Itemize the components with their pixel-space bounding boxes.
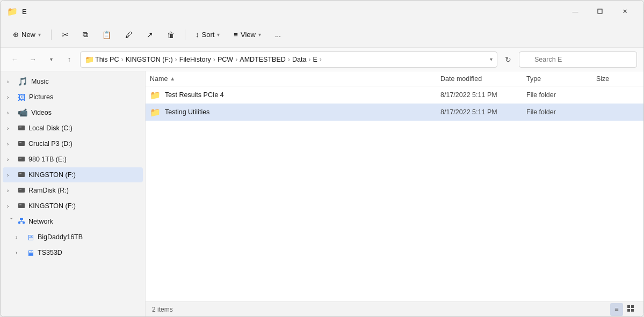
col-header-name[interactable]: Name ▲: [150, 75, 440, 83]
table-row[interactable]: 📁 Test Results PCIe 4 8/17/2022 5:11 PM …: [146, 86, 643, 104]
history-button[interactable]: ▾: [44, 52, 59, 67]
back-button[interactable]: ←: [7, 52, 22, 67]
sidebar-item-network[interactable]: › Network: [3, 214, 143, 229]
paste-button[interactable]: 📋: [96, 26, 117, 43]
svg-rect-11: [18, 203, 25, 208]
svg-rect-10: [19, 189, 21, 190]
sidebar-label-bigdaddy: BigDaddy16TB: [38, 233, 83, 241]
up-button[interactable]: ↑: [62, 52, 77, 67]
disk-c-icon: [18, 124, 25, 133]
svg-rect-15: [23, 222, 25, 224]
videos-icon: 📹: [18, 108, 28, 117]
search-input[interactable]: [519, 51, 637, 68]
sidebar-item-kingston-f1[interactable]: › KINGSTON (F:): [3, 167, 143, 182]
col-header-size: Size: [596, 75, 639, 83]
svg-rect-12: [19, 204, 21, 205]
tree-arrow-ts353d: ›: [16, 250, 24, 256]
copy-button[interactable]: ⧉: [77, 26, 94, 43]
svg-rect-3: [18, 141, 25, 146]
cut-icon: ✂: [62, 30, 69, 40]
tree-arrow-music: ›: [7, 79, 16, 85]
cut-button[interactable]: ✂: [56, 26, 75, 43]
breadcrumb[interactable]: 📁 This PC › KINGSTON (F:) › FileHistory …: [80, 51, 497, 68]
forward-button[interactable]: →: [25, 52, 40, 67]
sort-dropdown-arrow: ▾: [217, 32, 220, 38]
network-icon: [18, 217, 25, 226]
sidebar-item-crucial-d[interactable]: › Crucial P3 (D:): [3, 136, 143, 151]
sidebar-item-ts353d[interactable]: › 🖥 TS353D: [3, 245, 143, 260]
delete-icon: 🗑: [167, 31, 175, 39]
sidebar-item-bigdaddy[interactable]: › 🖥 BigDaddy16TB: [3, 230, 143, 245]
svg-rect-22: [631, 309, 634, 312]
file-name-text-1: Test Results PCIe 4: [165, 91, 224, 99]
sidebar-item-videos[interactable]: › 📹 Videos: [3, 105, 143, 120]
svg-rect-14: [18, 222, 20, 224]
svg-rect-13: [20, 218, 23, 220]
paste-icon: 📋: [102, 31, 111, 39]
close-button[interactable]: ✕: [612, 3, 637, 20]
view-button[interactable]: ≡ View ▾: [228, 26, 267, 43]
col-header-type: Type: [526, 75, 596, 83]
title-bar: 📁 E — ✕: [1, 1, 643, 22]
toolbar: ⊕ New ▾ ✂ ⧉ 📋 🖊 ↗ 🗑 ↕ Sort ▾ ≡: [1, 22, 643, 48]
more-button[interactable]: ...: [269, 26, 287, 43]
bc-folder-icon: 📁: [85, 55, 94, 64]
folder-icon-2: 📁: [150, 107, 161, 117]
sidebar-item-local-disk-c[interactable]: › Local Disk (C:): [3, 121, 143, 136]
toolbar-separator-2: [185, 30, 185, 40]
disk-d-icon: [18, 139, 25, 149]
tree-arrow-d: ›: [7, 141, 16, 147]
toolbar-separator-1: [51, 30, 52, 40]
svg-rect-8: [19, 173, 21, 174]
sidebar-item-music[interactable]: › 🎵 Music: [3, 74, 143, 89]
bc-data: Data: [292, 56, 306, 63]
copy-icon: ⧉: [83, 30, 88, 39]
file-name-cell-1: 📁 Test Results PCIe 4: [150, 90, 440, 100]
status-bar: 2 items ≡: [146, 301, 643, 316]
bc-e: E: [313, 56, 317, 63]
col-header-date: Date modified: [440, 75, 526, 83]
table-row[interactable]: 📁 Testing Utilities 8/17/2022 5:11 PM Fi…: [146, 104, 643, 121]
refresh-button[interactable]: ↻: [501, 52, 516, 67]
ts353d-icon: 🖥: [26, 248, 34, 257]
tree-arrow-pictures: ›: [7, 94, 16, 100]
svg-rect-19: [627, 305, 630, 308]
svg-rect-9: [18, 188, 25, 193]
history-icon: ▾: [50, 56, 53, 62]
file-date-2: 8/17/2022 5:11 PM: [440, 108, 526, 116]
sidebar-item-ramdisk-r[interactable]: › RamDisk (R:): [3, 183, 143, 198]
svg-rect-20: [631, 305, 634, 308]
refresh-icon: ↻: [505, 55, 511, 64]
tree-arrow-videos: ›: [7, 110, 16, 116]
svg-rect-6: [19, 158, 21, 159]
svg-rect-5: [18, 157, 25, 161]
tree-arrow-bigdaddy: ›: [16, 234, 24, 240]
sidebar-item-pictures[interactable]: › 🖼 Pictures: [3, 90, 143, 105]
address-bar: ← → ▾ ↑ 📁 This PC › KINGSTON (F:) › File…: [1, 48, 643, 71]
sidebar-label-network: Network: [28, 218, 53, 225]
tree-arrow-c: ›: [7, 126, 16, 131]
new-button[interactable]: ⊕ New ▾: [7, 26, 47, 43]
grid-view-button[interactable]: [624, 303, 637, 316]
svg-rect-0: [598, 9, 602, 13]
delete-button[interactable]: 🗑: [161, 26, 180, 43]
sidebar-item-980-e[interactable]: › 980 1TB (E:): [3, 152, 143, 167]
share-button[interactable]: ↗: [141, 26, 159, 43]
file-name-cell-2: 📁 Testing Utilities: [150, 107, 440, 117]
sidebar-label-f1: KINGSTON (F:): [28, 171, 76, 179]
rename-icon: 🖊: [125, 31, 133, 39]
rename-button[interactable]: 🖊: [119, 26, 139, 43]
sidebar-item-kingston-f2[interactable]: › KINGSTON (F:): [3, 198, 143, 213]
new-icon: ⊕: [13, 31, 19, 39]
minimize-button[interactable]: —: [563, 3, 588, 20]
view-dropdown-arrow: ▾: [258, 32, 261, 38]
bc-filehistory: FileHistory: [179, 56, 211, 63]
file-name-text-2: Testing Utilities: [165, 108, 209, 116]
bc-pcw: PCW: [218, 56, 233, 63]
maximize-button[interactable]: [588, 3, 612, 20]
file-type-1: File folder: [526, 91, 596, 99]
item-count: 2 items: [152, 306, 173, 313]
sort-button[interactable]: ↕ Sort ▾: [190, 26, 226, 43]
sidebar-label-r: RamDisk (R:): [28, 187, 69, 194]
list-view-button[interactable]: ≡: [610, 303, 623, 316]
